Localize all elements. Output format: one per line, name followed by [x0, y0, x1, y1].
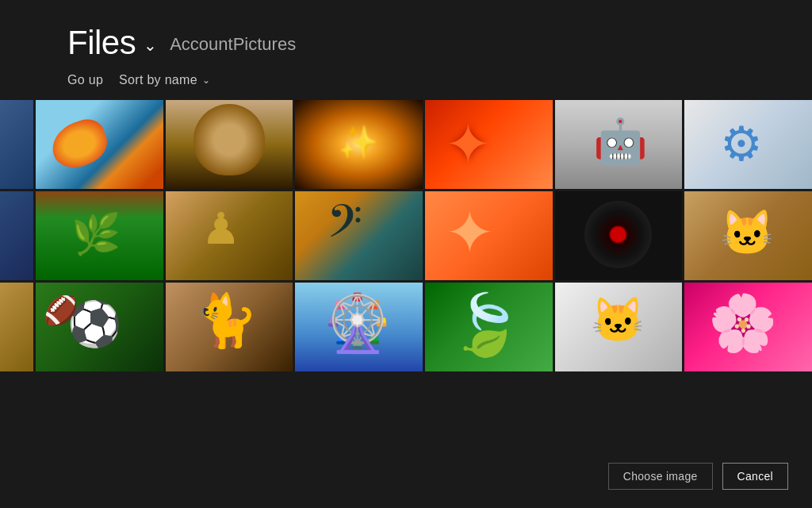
list-item[interactable]: [684, 283, 812, 371]
list-item[interactable]: [295, 191, 423, 280]
header: Files ⌄ AccountPictures Go up Sort by na…: [0, 0, 812, 89]
list-item[interactable]: [295, 283, 423, 371]
list-item[interactable]: [0, 100, 33, 189]
list-item[interactable]: [425, 283, 553, 371]
cancel-button[interactable]: Cancel: [722, 463, 788, 490]
sort-by-button[interactable]: Sort by name ⌄: [119, 71, 210, 89]
list-item[interactable]: [36, 100, 163, 189]
sort-chevron-icon: ⌄: [202, 75, 210, 86]
bottom-bar: Choose image Cancel: [0, 444, 812, 508]
choose-image-button[interactable]: Choose image: [608, 463, 713, 490]
list-item[interactable]: [166, 191, 293, 280]
main-grid: [36, 100, 812, 374]
list-item[interactable]: [295, 100, 423, 189]
list-item[interactable]: [555, 283, 683, 371]
page-title: Files: [67, 24, 136, 62]
list-item[interactable]: [425, 100, 553, 189]
list-item[interactable]: [684, 191, 812, 280]
list-item[interactable]: [0, 283, 33, 371]
image-grid: [0, 100, 812, 374]
list-item[interactable]: [555, 191, 683, 280]
list-item[interactable]: [684, 100, 812, 189]
left-partial-column: [0, 100, 33, 374]
list-item[interactable]: [36, 191, 163, 280]
list-item[interactable]: [425, 191, 553, 280]
sort-by-label: Sort by name: [119, 73, 197, 87]
list-item[interactable]: [0, 191, 33, 280]
list-item[interactable]: [36, 283, 163, 371]
title-row: Files ⌄ AccountPictures: [67, 24, 812, 62]
breadcrumb: AccountPictures: [170, 34, 296, 55]
list-item[interactable]: [555, 100, 683, 189]
list-item[interactable]: [166, 100, 293, 189]
go-up-button[interactable]: Go up: [67, 71, 103, 89]
toolbar: Go up Sort by name ⌄: [67, 71, 812, 89]
title-chevron-icon[interactable]: ⌄: [144, 36, 157, 55]
list-item[interactable]: [166, 283, 293, 371]
